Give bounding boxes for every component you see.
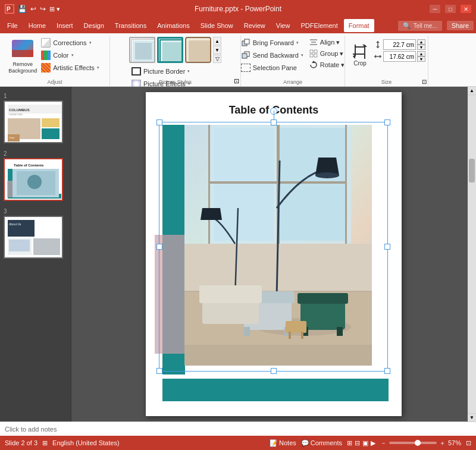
height-down[interactable]: ▼ xyxy=(417,45,425,50)
style-nav-expand[interactable]: ▽ xyxy=(213,55,221,63)
slide-thumb-2[interactable]: 2 Table of Contents xyxy=(2,149,68,202)
ribbon-group-picture-styles: ▲ ▼ ▽ Picture Border ▾ Picture Effects ▾ xyxy=(110,36,241,86)
slide-sorter-btn[interactable]: ⊟ xyxy=(355,439,360,447)
menu-design[interactable]: Design xyxy=(79,19,109,32)
artistic-effects-button[interactable]: Artistic Effects ▾ xyxy=(39,62,101,74)
minimize-button[interactable]: ─ xyxy=(430,5,440,13)
svg-rect-17 xyxy=(314,50,317,53)
slide-canvas[interactable]: Table of Contents xyxy=(146,92,402,416)
zoom-in-btn[interactable]: ＋ xyxy=(439,439,446,448)
zoom-slider[interactable] xyxy=(389,442,437,444)
zoom-level[interactable]: 57% xyxy=(448,439,461,446)
notes-bar[interactable]: Click to add notes xyxy=(0,421,476,436)
ribbon-group-adjust: Remove Background Corrections ▾ Color ▾ … xyxy=(0,36,110,86)
bring-forward-button[interactable]: Bring Forward ▾ xyxy=(239,37,306,49)
customize-btn[interactable]: ⊞ ▾ xyxy=(49,5,60,13)
zoom-out-btn[interactable]: － xyxy=(380,439,387,448)
menu-format[interactable]: Format xyxy=(344,19,374,32)
main-image[interactable] xyxy=(184,125,372,366)
corrections-button[interactable]: Corrections ▾ xyxy=(39,37,101,49)
handle-bottom-right[interactable] xyxy=(384,368,390,374)
height-up[interactable]: ▲ xyxy=(417,39,425,45)
redo-btn[interactable]: ↪ xyxy=(40,5,46,13)
remove-background-button[interactable]: Remove Background xyxy=(8,37,37,77)
svg-rect-80 xyxy=(286,321,306,333)
picture-border-button[interactable]: Picture Border ▾ xyxy=(129,65,193,77)
style-preset-1[interactable] xyxy=(129,37,155,63)
picture-border-arrow: ▾ xyxy=(187,69,190,74)
style-preset-2[interactable] xyxy=(157,37,183,63)
height-field: ▲ ▼ xyxy=(374,39,425,50)
menu-transitions[interactable]: Transitions xyxy=(110,19,151,32)
slide-thumb-3[interactable]: 3 About Us xyxy=(2,207,68,260)
svg-rect-60 xyxy=(280,128,345,241)
notes-placeholder[interactable]: Click to add notes xyxy=(5,426,57,433)
menu-slideshow[interactable]: Slide Show xyxy=(196,19,238,32)
language[interactable]: English (United States) xyxy=(52,439,120,446)
slide-thumb-inner-2[interactable]: Table of Contents xyxy=(4,158,63,201)
undo-btn[interactable]: ↩ xyxy=(30,5,36,13)
send-backward-button[interactable]: Send Backward ▾ xyxy=(239,49,306,61)
comments-button[interactable]: 💬 Comments xyxy=(301,439,342,447)
slide-thumb-1[interactable]: 1 COLUMBUS FURNITURE Chair xyxy=(2,92,68,144)
style-preset-3[interactable] xyxy=(185,37,211,63)
crop-button[interactable]: Crop xyxy=(347,37,372,73)
slide-panel[interactable]: 1 COLUMBUS FURNITURE Chair 2 xyxy=(0,87,71,421)
svg-rect-55 xyxy=(33,238,60,255)
selection-pane-button[interactable]: Selection Pane xyxy=(239,62,306,74)
scroll-track[interactable] xyxy=(468,95,476,413)
width-input[interactable] xyxy=(383,51,416,62)
scroll-up-btn[interactable]: ▲ xyxy=(468,87,476,95)
handle-bottom-left[interactable] xyxy=(156,368,162,374)
svg-rect-82 xyxy=(301,332,303,339)
menu-pdfelement[interactable]: PDFElement xyxy=(296,19,342,32)
accessibility-icon[interactable]: ⊞ xyxy=(42,439,48,447)
svg-rect-4 xyxy=(135,43,152,59)
style-nav-up[interactable]: ▲ xyxy=(213,37,221,45)
zoom-controls: － ＋ 57% xyxy=(380,439,461,448)
svg-text:P: P xyxy=(7,6,11,12)
reading-view-btn[interactable]: ▣ xyxy=(362,439,368,447)
vertical-scrollbar[interactable]: ▲ ▼ xyxy=(468,87,476,421)
slide-info: Slide 2 of 3 xyxy=(5,439,37,446)
normal-view-btn[interactable]: ⊞ xyxy=(347,439,352,447)
close-button[interactable]: ✕ xyxy=(461,5,471,13)
slide-thumb-inner-3[interactable]: About Us xyxy=(4,216,63,259)
width-down[interactable]: ▼ xyxy=(417,56,425,62)
handle-middle-right[interactable] xyxy=(384,244,390,250)
app-icon: P xyxy=(5,4,14,14)
share-button[interactable]: Share xyxy=(447,21,474,30)
height-input[interactable] xyxy=(383,39,416,50)
svg-text:FURNITURE: FURNITURE xyxy=(9,113,23,116)
rotate-button[interactable]: Rotate ▾ xyxy=(307,59,347,70)
remove-bg-icon xyxy=(12,40,33,57)
maximize-button[interactable]: □ xyxy=(445,5,456,13)
menu-animations[interactable]: Animations xyxy=(152,19,194,32)
tell-me-input[interactable]: 🔍 Tell me... xyxy=(398,21,442,31)
handle-top-left[interactable] xyxy=(156,119,162,125)
slide-thumb-inner-1[interactable]: COLUMBUS FURNITURE Chair xyxy=(4,100,63,143)
quick-save[interactable]: 💾 xyxy=(18,5,27,13)
notes-button[interactable]: 📝 Notes xyxy=(270,439,296,447)
group-button[interactable]: Group ▾ xyxy=(307,48,347,59)
scroll-thumb[interactable] xyxy=(469,159,475,182)
slide-num-1: 1 xyxy=(4,93,67,99)
slideshow-btn[interactable]: ▶ xyxy=(371,439,375,447)
menu-view[interactable]: View xyxy=(271,19,295,32)
arrange-group-label: Arrange xyxy=(241,79,345,85)
handle-bottom-center[interactable] xyxy=(271,368,277,374)
menu-insert[interactable]: Insert xyxy=(52,19,78,32)
handle-top-right[interactable] xyxy=(384,119,390,125)
fit-to-window-btn[interactable]: ⊡ xyxy=(466,439,471,447)
style-nav-down[interactable]: ▼ xyxy=(213,46,221,54)
menu-file[interactable]: File xyxy=(2,19,23,32)
width-spinners: ▲ ▼ xyxy=(417,51,425,62)
align-button[interactable]: Align ▾ xyxy=(307,37,347,48)
svg-rect-83 xyxy=(202,300,259,324)
menu-home[interactable]: Home xyxy=(24,19,51,32)
svg-point-69 xyxy=(315,172,339,178)
width-up[interactable]: ▲ xyxy=(417,51,425,56)
scroll-down-btn[interactable]: ▼ xyxy=(468,413,476,421)
color-button[interactable]: Color ▾ xyxy=(39,49,101,61)
menu-review[interactable]: Review xyxy=(239,19,270,32)
